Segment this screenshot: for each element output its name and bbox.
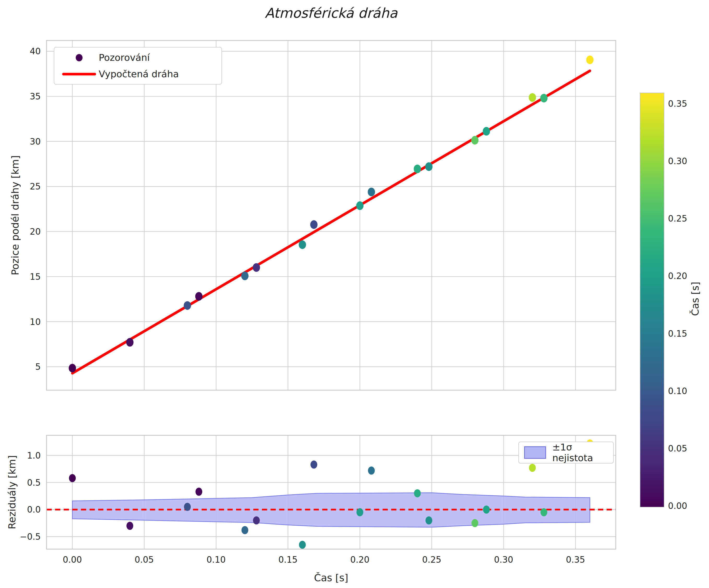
legend-fit-label: Vypočtená dráha xyxy=(99,68,179,79)
main-y-tick-label: 5 xyxy=(35,362,41,372)
data-point xyxy=(195,292,203,301)
residual-point xyxy=(69,474,76,482)
legend-band-label: ±1σ nejistota xyxy=(552,442,608,463)
residual-point xyxy=(483,506,490,514)
residual-point xyxy=(357,508,363,516)
residual-point xyxy=(472,519,478,527)
data-point xyxy=(69,364,76,372)
x-tick-label: 0.20 xyxy=(350,555,369,565)
legend-row-fit: Vypočtená dráha xyxy=(59,68,216,79)
residual-point xyxy=(425,516,432,524)
colorbar-tick-label: 0.30 xyxy=(668,156,687,166)
data-point xyxy=(540,94,548,103)
data-point xyxy=(586,56,594,64)
legend-observations-label: Pozorování xyxy=(99,52,150,63)
residual-y-tick-label: −0.5 xyxy=(20,532,41,542)
colorbar-tick-label: 0.15 xyxy=(668,329,687,339)
colorbar-tick-label: 0.25 xyxy=(668,214,687,224)
data-point xyxy=(356,201,364,210)
data-point xyxy=(471,136,479,145)
x-tick-label: 0.15 xyxy=(279,555,297,565)
observations-marker-icon xyxy=(59,54,99,61)
data-point xyxy=(126,338,133,346)
residual-point xyxy=(529,464,536,472)
data-point xyxy=(241,272,248,280)
x-tick-label: 0.30 xyxy=(494,555,513,565)
data-point xyxy=(483,127,490,136)
figure: Atmosférická dráha Pozice podél dráhy [k… xyxy=(0,0,709,588)
residual-point xyxy=(541,508,547,516)
main-y-tick-label: 15 xyxy=(30,272,41,282)
red-line-icon xyxy=(62,73,96,76)
residual-point xyxy=(414,489,421,498)
data-point xyxy=(299,241,306,249)
legend-row-observations: Pozorování xyxy=(59,52,216,63)
residual-point xyxy=(253,516,260,524)
data-point xyxy=(253,263,260,272)
x-tick-label: 0.35 xyxy=(566,555,585,565)
residual-point xyxy=(299,541,306,549)
residual-legend: ±1σ nejistota xyxy=(518,442,614,464)
x-tick-label: 0.10 xyxy=(207,555,226,565)
main-y-tick-label: 25 xyxy=(30,181,41,192)
x-tick-label: 0.05 xyxy=(135,555,154,565)
scatter-dot-icon xyxy=(76,54,82,61)
data-point xyxy=(184,301,191,310)
main-y-tick-label: 40 xyxy=(30,46,41,56)
data-point xyxy=(368,188,375,196)
colorbar-tick-label: 0.00 xyxy=(668,501,687,511)
main-y-tick-label: 10 xyxy=(30,317,41,327)
uncertainty-band-icon xyxy=(524,446,546,459)
residual-point xyxy=(195,487,202,496)
residual-y-tick-label: 1.0 xyxy=(27,450,41,460)
colorbar-tick-label: 0.10 xyxy=(668,386,687,396)
residual-y-tick-label: 0.0 xyxy=(27,504,41,515)
colorbar-tick-label: 0.05 xyxy=(668,443,687,454)
main-y-tick-label: 20 xyxy=(30,227,41,237)
main-y-tick-label: 30 xyxy=(30,137,41,147)
x-tick-label: 0.25 xyxy=(422,555,441,565)
main-y-tick-label: 35 xyxy=(30,91,41,102)
residual-point xyxy=(241,526,248,534)
main-legend: Pozorování Vypočtená dráha xyxy=(54,47,222,85)
data-point xyxy=(414,165,421,173)
data-point xyxy=(310,220,318,229)
fit-line-icon xyxy=(59,73,99,76)
residual-point xyxy=(184,503,191,511)
data-point xyxy=(425,162,432,171)
data-point xyxy=(529,93,536,102)
colorbar-tick-label: 0.35 xyxy=(668,99,687,109)
residual-point xyxy=(126,522,133,530)
residual-y-tick-label: 0.5 xyxy=(27,478,41,488)
colorbar xyxy=(640,93,664,507)
x-tick-label: 0.00 xyxy=(63,555,82,565)
colorbar-tick-label: 0.20 xyxy=(668,271,687,281)
plot-canvas: 510152025303540−0.50.00.51.00.000.050.10… xyxy=(0,0,709,588)
residual-point xyxy=(311,460,317,469)
residual-point xyxy=(368,466,375,474)
